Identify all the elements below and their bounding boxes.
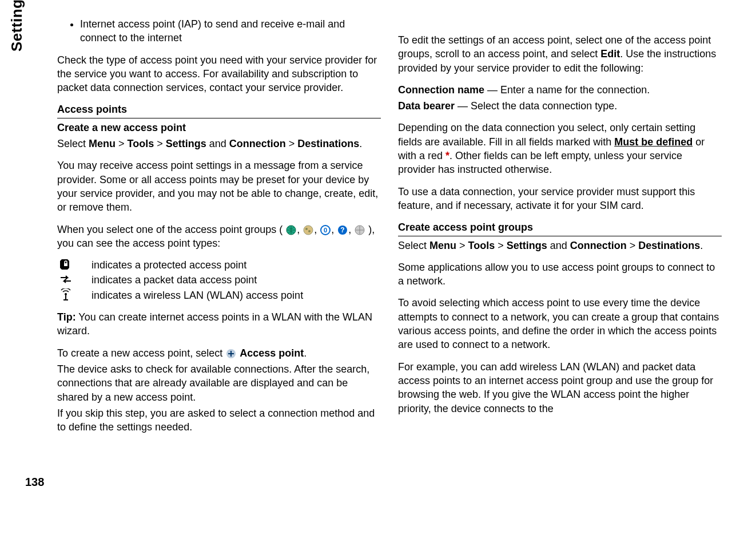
- paragraph: Depending on the data connection you sel…: [398, 121, 722, 176]
- shield-lock-icon: [57, 258, 74, 271]
- text: .: [359, 138, 362, 149]
- must-be-defined-label: Must be defined: [614, 136, 693, 148]
- globe-gray-icon: [355, 225, 365, 235]
- tip-label: Tip:: [57, 311, 76, 323]
- text: .: [304, 347, 307, 359]
- sep: >: [627, 240, 639, 251]
- setting-line: Data bearer — Select the data connection…: [398, 99, 722, 113]
- paragraph: To edit the settings of an access point,…: [398, 33, 722, 75]
- legend-text: indicates a packet data access point: [91, 273, 257, 287]
- sep: >: [456, 240, 468, 251]
- menu-label: Destinations: [638, 240, 700, 251]
- sep: >: [116, 138, 128, 149]
- menu-label: Settings: [507, 240, 547, 251]
- menu-label: Connection: [229, 138, 286, 149]
- sep: >: [154, 138, 166, 149]
- globe-tan-icon: [303, 225, 313, 235]
- page-columns: Internet access point (IAP) to send and …: [0, 0, 756, 546]
- text: .: [700, 240, 703, 251]
- setting-desc: — Select the data connection type.: [455, 100, 617, 112]
- menu-label: Settings: [166, 138, 206, 149]
- paragraph: If you skip this step, you are asked to …: [57, 406, 381, 434]
- text: and: [206, 138, 229, 149]
- legend-row: indicates a wireless LAN (WLAN) access p…: [57, 288, 381, 302]
- legend-row: indicates a protected access point: [57, 258, 381, 272]
- page-number: 138: [25, 476, 44, 489]
- text: Select: [398, 240, 429, 251]
- svg-point-2: [305, 228, 308, 230]
- menu-label: Menu: [89, 138, 116, 149]
- globe-green-icon: [286, 225, 296, 235]
- svg-point-1: [304, 225, 313, 235]
- menu-label: Connection: [570, 240, 627, 251]
- nav-path: Select Menu > Tools > Settings and Conne…: [398, 239, 722, 252]
- right-column: To edit the settings of an access point,…: [398, 17, 722, 529]
- svg-rect-9: [64, 263, 67, 266]
- svg-text:0: 0: [324, 227, 327, 234]
- side-section-label: Settings: [8, 0, 26, 52]
- setting-name: Data bearer: [398, 100, 455, 112]
- menu-label: Destinations: [297, 138, 359, 149]
- text: Select: [57, 138, 89, 149]
- setting-name: Connection name: [398, 84, 484, 96]
- required-star: *: [445, 150, 449, 161]
- svg-point-10: [65, 293, 67, 295]
- setting-desc: — Enter a name for the connection.: [484, 84, 650, 96]
- legend-row: indicates a packet data access point: [57, 273, 381, 287]
- svg-text:?: ?: [341, 226, 345, 234]
- menu-label: Menu: [429, 240, 456, 251]
- sep: >: [286, 138, 298, 149]
- option-label: Access point: [240, 347, 304, 359]
- bullet-item: Internet access point (IAP) to send and …: [80, 17, 381, 45]
- globe-question-icon: ?: [337, 225, 348, 235]
- paragraph: To avoid selecting which access point to…: [398, 296, 722, 351]
- paragraph: To use a data connection, your service p…: [398, 185, 722, 213]
- setting-line: Connection name — Enter a name for the c…: [398, 83, 722, 97]
- section-heading-create-groups: Create access point groups: [398, 220, 722, 236]
- text: and: [547, 240, 570, 251]
- sep: >: [495, 240, 507, 251]
- paragraph: Check the type of access point you need …: [57, 53, 381, 95]
- text: When you select one of the access point …: [57, 224, 282, 235]
- section-heading-access-points: Access points: [57, 102, 381, 118]
- add-access-point-icon: [226, 349, 236, 359]
- paragraph: The device asks to check for available c…: [57, 362, 381, 404]
- wlan-antenna-icon: [57, 288, 74, 301]
- menu-label: Tools: [468, 240, 495, 251]
- paragraph: To create a new access point, select Acc…: [57, 346, 381, 360]
- text: To create a new access point, select: [57, 347, 225, 359]
- tip-paragraph: Tip: You can create internet access poin…: [57, 310, 381, 338]
- bullet-list: Internet access point (IAP) to send and …: [57, 17, 381, 45]
- legend-text: indicates a wireless LAN (WLAN) access p…: [91, 288, 303, 302]
- tip-text: You can create internet access points in…: [57, 311, 372, 337]
- packet-arrows-icon: [57, 273, 74, 286]
- svg-point-3: [308, 230, 311, 232]
- paragraph: Some applications allow you to use acces…: [398, 260, 722, 288]
- paragraph: You may receive access point settings in…: [57, 159, 381, 214]
- globe-zero-icon: 0: [320, 225, 331, 235]
- paragraph: For example, you can add wireless LAN (W…: [398, 360, 722, 416]
- left-column: Internet access point (IAP) to send and …: [57, 17, 381, 529]
- menu-label: Tools: [128, 138, 154, 149]
- option-label: Edit: [600, 48, 620, 60]
- legend-text: indicates a protected access point: [91, 258, 246, 272]
- paragraph: When you select one of the access point …: [57, 223, 381, 251]
- nav-path: Select Menu > Tools > Settings and Conne…: [57, 137, 381, 151]
- sub-heading-create-ap: Create a new access point: [57, 121, 381, 134]
